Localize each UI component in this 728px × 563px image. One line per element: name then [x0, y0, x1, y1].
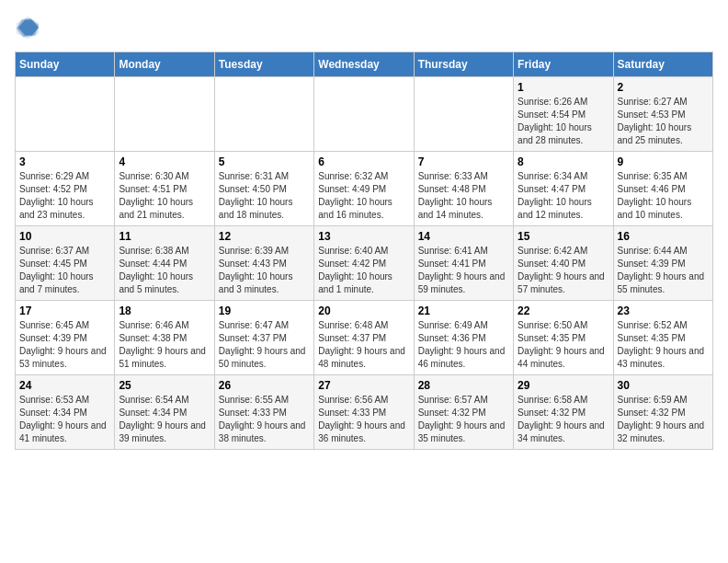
day-info: Sunrise: 6:56 AM Sunset: 4:33 PM Dayligh… [318, 394, 409, 445]
day-info: Sunrise: 6:26 AM Sunset: 4:54 PM Dayligh… [518, 96, 609, 147]
day-cell: 3Sunrise: 6:29 AM Sunset: 4:52 PM Daylig… [16, 152, 115, 226]
week-row-1: 1Sunrise: 6:26 AM Sunset: 4:54 PM Daylig… [16, 77, 713, 152]
day-cell: 25Sunrise: 6:54 AM Sunset: 4:34 PM Dayli… [115, 375, 214, 450]
logo [15, 15, 44, 40]
day-cell: 16Sunrise: 6:44 AM Sunset: 4:39 PM Dayli… [613, 226, 712, 301]
weekday-sunday: Sunday [16, 52, 115, 77]
day-cell [16, 77, 115, 152]
day-cell: 1Sunrise: 6:26 AM Sunset: 4:54 PM Daylig… [514, 77, 613, 152]
day-number: 30 [618, 379, 709, 392]
day-number: 27 [318, 379, 409, 392]
day-info: Sunrise: 6:37 AM Sunset: 4:45 PM Dayligh… [19, 245, 110, 296]
day-number: 13 [318, 230, 409, 243]
day-info: Sunrise: 6:39 AM Sunset: 4:43 PM Dayligh… [219, 245, 310, 296]
day-number: 1 [518, 81, 609, 94]
day-cell: 19Sunrise: 6:47 AM Sunset: 4:37 PM Dayli… [214, 301, 313, 375]
day-info: Sunrise: 6:31 AM Sunset: 4:50 PM Dayligh… [219, 170, 310, 222]
day-number: 11 [119, 230, 210, 243]
day-cell: 28Sunrise: 6:57 AM Sunset: 4:32 PM Dayli… [414, 375, 513, 450]
day-number: 10 [19, 230, 110, 243]
day-info: Sunrise: 6:27 AM Sunset: 4:53 PM Dayligh… [618, 96, 709, 147]
day-info: Sunrise: 6:40 AM Sunset: 4:42 PM Dayligh… [318, 245, 409, 296]
day-info: Sunrise: 6:45 AM Sunset: 4:39 PM Dayligh… [19, 319, 110, 371]
day-cell: 24Sunrise: 6:53 AM Sunset: 4:34 PM Dayli… [16, 375, 115, 450]
day-number: 25 [119, 379, 210, 392]
week-row-5: 24Sunrise: 6:53 AM Sunset: 4:34 PM Dayli… [16, 375, 713, 450]
day-info: Sunrise: 6:58 AM Sunset: 4:32 PM Dayligh… [518, 394, 609, 445]
day-info: Sunrise: 6:38 AM Sunset: 4:44 PM Dayligh… [119, 245, 210, 296]
day-number: 17 [19, 304, 110, 317]
day-cell: 13Sunrise: 6:40 AM Sunset: 4:42 PM Dayli… [314, 226, 414, 301]
weekday-monday: Monday [115, 52, 214, 77]
day-info: Sunrise: 6:55 AM Sunset: 4:33 PM Dayligh… [219, 394, 310, 445]
weekday-thursday: Thursday [414, 52, 513, 77]
day-number: 20 [318, 304, 409, 317]
day-number: 29 [518, 379, 609, 392]
day-number: 23 [618, 304, 709, 317]
weekday-friday: Friday [514, 52, 613, 77]
day-cell: 18Sunrise: 6:46 AM Sunset: 4:38 PM Dayli… [115, 301, 214, 375]
day-number: 28 [418, 379, 509, 392]
calendar-table: SundayMondayTuesdayWednesdayThursdayFrid… [15, 52, 713, 450]
day-info: Sunrise: 6:50 AM Sunset: 4:35 PM Dayligh… [518, 319, 609, 371]
day-cell: 14Sunrise: 6:41 AM Sunset: 4:41 PM Dayli… [414, 226, 513, 301]
weekday-wednesday: Wednesday [314, 52, 414, 77]
day-cell [314, 77, 414, 152]
day-cell: 9Sunrise: 6:35 AM Sunset: 4:46 PM Daylig… [613, 152, 712, 226]
day-info: Sunrise: 6:48 AM Sunset: 4:37 PM Dayligh… [318, 319, 409, 371]
day-number: 24 [19, 379, 110, 392]
day-info: Sunrise: 6:46 AM Sunset: 4:38 PM Dayligh… [119, 319, 210, 371]
day-cell: 17Sunrise: 6:45 AM Sunset: 4:39 PM Dayli… [16, 301, 115, 375]
day-cell: 23Sunrise: 6:52 AM Sunset: 4:35 PM Dayli… [613, 301, 712, 375]
day-info: Sunrise: 6:57 AM Sunset: 4:32 PM Dayligh… [418, 394, 509, 445]
day-info: Sunrise: 6:41 AM Sunset: 4:41 PM Dayligh… [418, 245, 509, 296]
day-info: Sunrise: 6:32 AM Sunset: 4:49 PM Dayligh… [318, 170, 409, 222]
day-cell: 7Sunrise: 6:33 AM Sunset: 4:48 PM Daylig… [414, 152, 513, 226]
week-row-2: 3Sunrise: 6:29 AM Sunset: 4:52 PM Daylig… [16, 152, 713, 226]
day-number: 6 [318, 155, 409, 168]
calendar-body: 1Sunrise: 6:26 AM Sunset: 4:54 PM Daylig… [16, 77, 713, 450]
day-cell [414, 77, 513, 152]
day-number: 18 [119, 304, 210, 317]
day-cell: 20Sunrise: 6:48 AM Sunset: 4:37 PM Dayli… [314, 301, 414, 375]
day-cell [115, 77, 214, 152]
day-number: 8 [518, 155, 609, 168]
day-info: Sunrise: 6:30 AM Sunset: 4:51 PM Dayligh… [119, 170, 210, 222]
day-cell: 11Sunrise: 6:38 AM Sunset: 4:44 PM Dayli… [115, 226, 214, 301]
day-info: Sunrise: 6:59 AM Sunset: 4:32 PM Dayligh… [618, 394, 709, 445]
logo-icon [15, 15, 40, 40]
day-cell: 15Sunrise: 6:42 AM Sunset: 4:40 PM Dayli… [514, 226, 613, 301]
day-number: 7 [418, 155, 509, 168]
day-cell: 8Sunrise: 6:34 AM Sunset: 4:47 PM Daylig… [514, 152, 613, 226]
day-number: 4 [119, 155, 210, 168]
day-cell: 29Sunrise: 6:58 AM Sunset: 4:32 PM Dayli… [514, 375, 613, 450]
day-number: 3 [19, 155, 110, 168]
day-info: Sunrise: 6:35 AM Sunset: 4:46 PM Dayligh… [618, 170, 709, 222]
day-info: Sunrise: 6:44 AM Sunset: 4:39 PM Dayligh… [618, 245, 709, 296]
day-info: Sunrise: 6:42 AM Sunset: 4:40 PM Dayligh… [518, 245, 609, 296]
day-cell: 6Sunrise: 6:32 AM Sunset: 4:49 PM Daylig… [314, 152, 414, 226]
weekday-tuesday: Tuesday [214, 52, 313, 77]
day-cell: 5Sunrise: 6:31 AM Sunset: 4:50 PM Daylig… [214, 152, 313, 226]
day-info: Sunrise: 6:54 AM Sunset: 4:34 PM Dayligh… [119, 394, 210, 445]
day-cell [214, 77, 313, 152]
day-info: Sunrise: 6:53 AM Sunset: 4:34 PM Dayligh… [19, 394, 110, 445]
day-cell: 4Sunrise: 6:30 AM Sunset: 4:51 PM Daylig… [115, 152, 214, 226]
day-cell: 26Sunrise: 6:55 AM Sunset: 4:33 PM Dayli… [214, 375, 313, 450]
day-cell: 27Sunrise: 6:56 AM Sunset: 4:33 PM Dayli… [314, 375, 414, 450]
day-cell: 2Sunrise: 6:27 AM Sunset: 4:53 PM Daylig… [613, 77, 712, 152]
day-number: 15 [518, 230, 609, 243]
day-number: 22 [518, 304, 609, 317]
day-info: Sunrise: 6:47 AM Sunset: 4:37 PM Dayligh… [219, 319, 310, 371]
day-cell: 12Sunrise: 6:39 AM Sunset: 4:43 PM Dayli… [214, 226, 313, 301]
day-number: 19 [219, 304, 310, 317]
day-number: 5 [219, 155, 310, 168]
day-number: 2 [618, 81, 709, 94]
week-row-4: 17Sunrise: 6:45 AM Sunset: 4:39 PM Dayli… [16, 301, 713, 375]
day-info: Sunrise: 6:34 AM Sunset: 4:47 PM Dayligh… [518, 170, 609, 222]
week-row-3: 10Sunrise: 6:37 AM Sunset: 4:45 PM Dayli… [16, 226, 713, 301]
day-cell: 30Sunrise: 6:59 AM Sunset: 4:32 PM Dayli… [613, 375, 712, 450]
day-number: 12 [219, 230, 310, 243]
day-info: Sunrise: 6:33 AM Sunset: 4:48 PM Dayligh… [418, 170, 509, 222]
day-info: Sunrise: 6:52 AM Sunset: 4:35 PM Dayligh… [618, 319, 709, 371]
